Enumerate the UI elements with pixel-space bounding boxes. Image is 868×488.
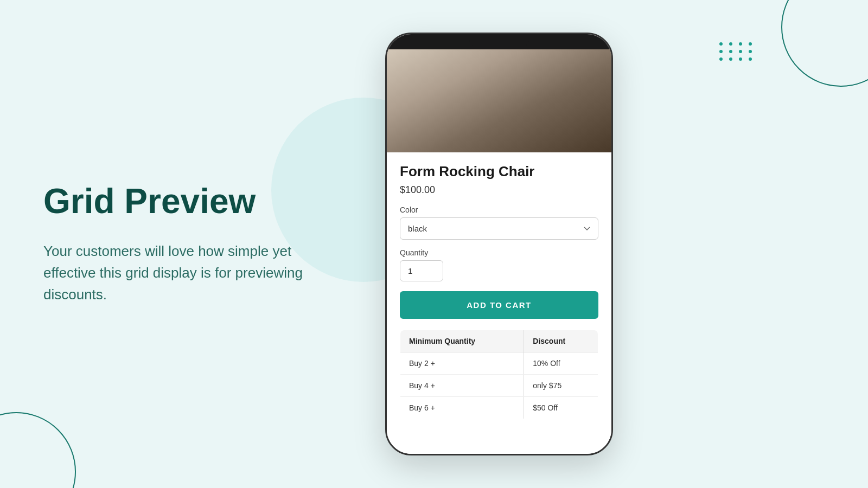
deco-dot xyxy=(749,42,752,46)
phone-content: Form Rocking Chair $100.00 Color black w… xyxy=(387,49,611,454)
page-heading: Grid Preview xyxy=(43,182,315,220)
deco-dot xyxy=(729,42,732,46)
deco-dot xyxy=(719,57,723,61)
deco-dot xyxy=(739,57,742,61)
discount-row-3: Buy 6 + $50 Off xyxy=(400,397,598,419)
phone-notch-bar xyxy=(387,34,611,49)
page-subtext: Your customers will love how simple yet … xyxy=(43,240,315,306)
discount-table: Minimum Quantity Discount Buy 2 + 10% Of… xyxy=(400,330,598,419)
deco-dot xyxy=(749,57,752,61)
deco-dot xyxy=(729,57,732,61)
product-image xyxy=(387,49,611,152)
add-to-cart-button[interactable]: ADD TO CART xyxy=(400,291,598,319)
deco-dot xyxy=(749,50,752,53)
deco-dot xyxy=(719,42,723,46)
deco-dot xyxy=(739,42,742,46)
quantity-label: Quantity xyxy=(400,248,598,257)
col-header-min-qty: Minimum Quantity xyxy=(400,330,524,352)
deco-dots xyxy=(719,42,754,61)
col-header-discount: Discount xyxy=(524,330,598,352)
deco-dot xyxy=(739,50,742,53)
product-details: Form Rocking Chair $100.00 Color black w… xyxy=(387,152,611,454)
discount-row-3-qty: Buy 6 + xyxy=(400,397,524,419)
discount-row-2: Buy 4 + only $75 xyxy=(400,375,598,397)
phone-frame: Form Rocking Chair $100.00 Color black w… xyxy=(385,33,613,455)
color-label: Color xyxy=(400,206,598,214)
discount-row-1-value: 10% Off xyxy=(524,352,598,375)
phone-mockup: Form Rocking Chair $100.00 Color black w… xyxy=(385,33,613,455)
discount-table-body: Buy 2 + 10% Off Buy 4 + only $75 Buy 6 +… xyxy=(400,352,598,419)
deco-circle-top-right xyxy=(781,0,868,87)
discount-row-2-value: only $75 xyxy=(524,375,598,397)
left-section: Grid Preview Your customers will love ho… xyxy=(0,0,358,488)
discount-row-2-qty: Buy 4 + xyxy=(400,375,524,397)
discount-row-3-value: $50 Off xyxy=(524,397,598,419)
color-select[interactable]: black white brown gray xyxy=(400,217,598,240)
quantity-input[interactable] xyxy=(400,260,443,281)
product-image-inner xyxy=(387,49,611,152)
deco-dot xyxy=(719,50,723,53)
discount-table-head: Minimum Quantity Discount xyxy=(400,330,598,352)
discount-row-1-qty: Buy 2 + xyxy=(400,352,524,375)
discount-row-1: Buy 2 + 10% Off xyxy=(400,352,598,375)
deco-dot xyxy=(729,50,732,53)
discount-table-header-row: Minimum Quantity Discount xyxy=(400,330,598,352)
phone-notch xyxy=(469,36,529,47)
product-price: $100.00 xyxy=(400,184,598,196)
product-name: Form Rocking Chair xyxy=(400,163,598,180)
